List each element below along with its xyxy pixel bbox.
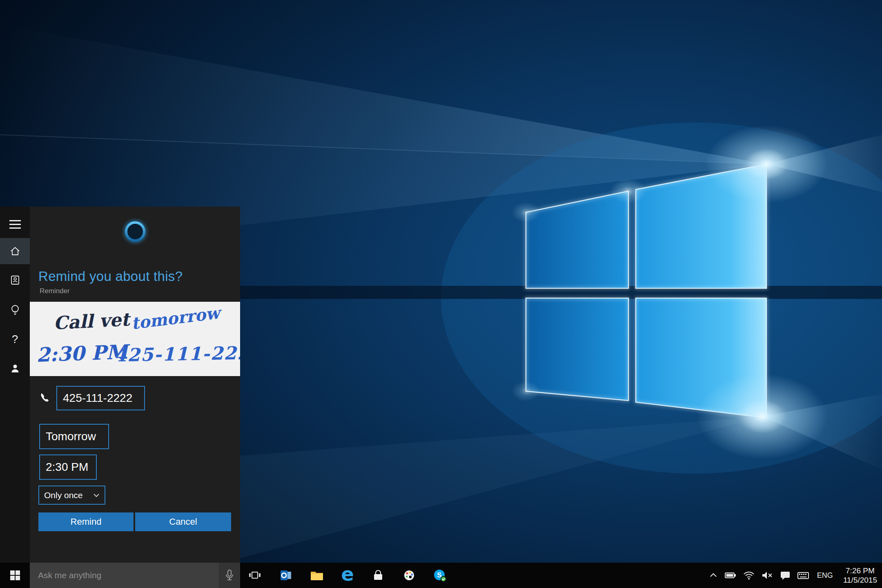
phone-icon (39, 392, 51, 404)
phone-field-row: 425-111-2222 (30, 386, 240, 410)
search-input[interactable] (30, 563, 215, 588)
start-button[interactable] (0, 563, 30, 588)
desktop: ? Remind you about this? Re (0, 0, 882, 588)
taskbar-app-edge[interactable]: e (336, 563, 359, 588)
microphone-icon (225, 569, 234, 581)
help-icon: ? (12, 333, 18, 346)
chevron-up-icon (708, 571, 718, 580)
cortana-heading: Remind you about this? (38, 269, 183, 284)
lightbulb-icon (9, 304, 21, 316)
taskbar-app-skype[interactable]: S (428, 563, 452, 588)
search-box (30, 563, 240, 588)
notebook-icon (9, 274, 21, 286)
tray-volume[interactable] (761, 570, 773, 581)
paint-palette-icon (403, 569, 416, 582)
time-field[interactable]: 2:30 PM (39, 454, 97, 480)
sidebar-item-help[interactable]: ? (0, 326, 30, 352)
chevron-down-icon (93, 493, 100, 497)
tray-clock[interactable]: 7:26 PM 11/5/2015 (841, 566, 877, 585)
cortana-sidebar: ? (0, 207, 30, 563)
taskbar-app-store[interactable] (366, 563, 390, 588)
recurrence-dropdown[interactable]: Only once (38, 486, 105, 505)
hamburger-menu-button[interactable] (0, 211, 30, 237)
outlook-icon (279, 569, 292, 582)
recurrence-value: Only once (44, 490, 83, 500)
reminder-section-label: Reminder (40, 287, 70, 295)
ink-text-call-vet: Call vet (53, 309, 130, 334)
feedback-person-icon (9, 363, 21, 374)
tray-action-center[interactable] (780, 570, 791, 581)
hamburger-icon (9, 220, 21, 229)
microphone-button[interactable] (219, 563, 240, 588)
store-icon (372, 569, 385, 582)
action-center-icon (780, 570, 791, 581)
date-field[interactable]: Tomorrow (39, 424, 109, 449)
task-view-button[interactable] (243, 563, 267, 588)
tray-network[interactable] (743, 570, 755, 581)
file-explorer-icon (310, 569, 324, 581)
taskbar-app-outlook[interactable] (274, 563, 298, 588)
cortana-panel: Remind you about this? Reminder Call vet… (30, 207, 240, 563)
clock-time: 7:26 PM (846, 566, 875, 575)
sidebar-item-home[interactable] (0, 238, 30, 264)
taskbar-app-file-explorer[interactable] (305, 563, 329, 588)
windows-start-icon (9, 570, 21, 581)
touch-keyboard-icon (797, 570, 809, 581)
skype-status-check (441, 577, 446, 582)
phone-number-field[interactable]: 425-111-2222 (56, 386, 145, 410)
tray-touch-keyboard[interactable] (797, 570, 809, 581)
task-view-icon (248, 570, 261, 581)
cancel-button[interactable]: Cancel (135, 512, 231, 531)
ink-text-tomorrow: tomorrow (130, 303, 221, 333)
remind-button[interactable]: Remind (38, 512, 134, 531)
ink-text-phone: 425-111-2222 (114, 342, 240, 365)
tray-overflow-button[interactable] (708, 571, 718, 580)
sidebar-item-feedback[interactable] (0, 355, 30, 381)
clock-date: 11/5/2015 (843, 575, 877, 585)
sidebar-item-reminders[interactable] (0, 297, 30, 323)
ink-note-preview: Call vet tomorrow 2:30 PM 425-111-2222 (30, 302, 240, 376)
cortana-logo (122, 218, 149, 245)
system-tray: ENG 7:26 PM 11/5/2015 (708, 563, 882, 588)
edge-icon: e (341, 565, 354, 584)
sidebar-item-notebook[interactable] (0, 267, 30, 293)
skype-icon: S (433, 568, 447, 582)
wifi-icon (743, 570, 755, 581)
tray-language[interactable]: ENG (815, 571, 835, 580)
battery-icon (724, 570, 737, 581)
volume-muted-icon (761, 570, 773, 581)
taskbar-app-paint[interactable] (397, 563, 421, 588)
home-icon (9, 245, 21, 257)
tray-battery[interactable] (724, 570, 737, 581)
